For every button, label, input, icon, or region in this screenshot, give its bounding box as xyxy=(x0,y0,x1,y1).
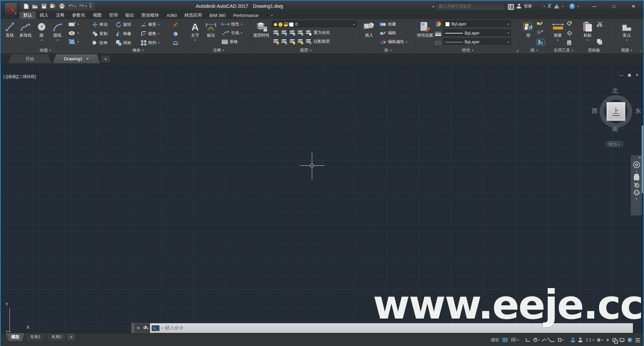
osnap-dropdown-icon[interactable]: ▾ xyxy=(562,339,564,342)
layout-tab-layout1[interactable]: 布局1 xyxy=(25,333,46,341)
object-color-select[interactable]: ByLayer ▾ xyxy=(443,20,511,28)
layout-tab-layout2[interactable]: 布局2 xyxy=(46,333,67,341)
recent-commands-icon[interactable]: ▾ xyxy=(161,327,163,330)
navigation-wheel-icon[interactable] xyxy=(633,161,640,168)
panel-footer-clipboard[interactable]: 剪贴板 xyxy=(578,46,610,54)
linear-dropdown-icon[interactable]: ▾ xyxy=(241,23,242,26)
copy-button[interactable]: 复制 xyxy=(92,31,116,37)
group-selection-toggle[interactable] xyxy=(537,39,545,45)
zoom-extents-icon[interactable] xyxy=(634,182,639,188)
command-input[interactable]: >_ ▾ 键入命令 xyxy=(150,323,633,333)
array-dropdown-icon[interactable]: ▾ xyxy=(158,41,159,44)
ribbon-tab-manage[interactable]: 管理 xyxy=(105,12,122,19)
file-tab-close-icon[interactable]: ✕ xyxy=(86,57,89,61)
quick-calculator-icon[interactable] xyxy=(567,40,572,45)
explode-button[interactable] xyxy=(173,31,185,37)
ribbon-tab-insert[interactable]: 插入 xyxy=(36,12,52,19)
layer-on-all-button[interactable] xyxy=(273,39,279,44)
search-binoculars-icon[interactable] xyxy=(508,4,514,8)
leader-button[interactable]: 引线 ▾ xyxy=(220,28,243,37)
snap-dropdown-icon[interactable]: ▾ xyxy=(517,339,519,342)
save-as-button[interactable] xyxy=(50,3,56,9)
linetype-icon[interactable] xyxy=(435,41,442,45)
stretch-button[interactable]: 拉伸 xyxy=(92,40,116,46)
hardware-acceleration-icon[interactable] xyxy=(628,338,632,342)
fillet-button[interactable]: 圆角 ▾ xyxy=(141,31,173,37)
dimension-button[interactable]: 标注 xyxy=(203,20,219,46)
panel-footer-properties[interactable]: 特性 ▾ xyxy=(416,46,519,54)
linear-dimension-button[interactable]: 线性 ▾ xyxy=(220,20,243,28)
line-button[interactable]: 直线 xyxy=(2,20,18,46)
help-icon[interactable]: ? xyxy=(569,3,575,9)
cut-scissors-icon[interactable] xyxy=(597,21,603,27)
viewcube-north[interactable]: 北 xyxy=(612,87,618,95)
grid-display-toggle[interactable] xyxy=(502,338,508,342)
annotation-scale-dropdown-icon[interactable]: ▾ xyxy=(593,339,594,342)
panel-footer-annotation[interactable]: 注释 ▾ xyxy=(186,46,252,54)
orbit-icon[interactable] xyxy=(634,190,639,195)
panel-footer-view[interactable]: 视图 ▾ ⌄ xyxy=(610,46,643,54)
paste-button[interactable]: 粘贴 ▾ xyxy=(579,20,596,46)
ribbon-tab-addins[interactable]: 附加模块 xyxy=(138,12,163,19)
arc-button[interactable]: 圆弧 ▾ xyxy=(49,20,65,46)
ribbon-tab-a360[interactable]: A360 xyxy=(163,12,180,19)
viewcube-west[interactable]: 西 xyxy=(592,107,598,115)
quick-select-icon[interactable] xyxy=(567,21,573,26)
text-button[interactable]: A 文字 ▾ xyxy=(187,20,203,46)
file-tab-start[interactable]: 开始 xyxy=(8,54,51,63)
object-snap-toggle[interactable]: ▾ xyxy=(558,338,564,342)
minimize-button[interactable]: — xyxy=(584,1,604,12)
workspace-switch-button[interactable]: ▾ xyxy=(597,339,603,342)
navbar-more-icon[interactable]: ▾ xyxy=(636,197,637,200)
paste-dropdown-icon[interactable]: ▾ xyxy=(587,38,588,42)
layer-properties-button[interactable]: 图层特性 xyxy=(253,20,270,46)
group-edit-icon[interactable] xyxy=(537,21,543,25)
sign-in-label[interactable]: 登录 xyxy=(524,3,532,9)
ribbon-collapse-icon[interactable]: ⌄ xyxy=(640,49,642,52)
array-button[interactable]: 阵列 ▾ xyxy=(141,40,173,46)
command-line-customize-button[interactable] xyxy=(142,323,150,333)
search-input[interactable] xyxy=(436,3,505,9)
ribbon-tab-featured-apps[interactable]: 精选应用 xyxy=(180,12,206,19)
isolate-objects-button[interactable] xyxy=(613,338,616,342)
a360-icon[interactable] xyxy=(554,4,559,8)
layer-dropdown-icon[interactable]: ▾ xyxy=(353,23,355,26)
layer-select[interactable]: 0 ▾ xyxy=(272,21,357,28)
layer-unisolate-button[interactable] xyxy=(281,39,287,44)
drawing-close-icon[interactable]: ✕ xyxy=(636,73,639,77)
id-point-icon[interactable] xyxy=(567,30,572,36)
a360-dropdown-icon[interactable]: ▾ xyxy=(562,5,563,8)
drawing-minimize-icon[interactable]: — xyxy=(619,73,623,77)
isodraft-dropdown-icon[interactable]: ▾ xyxy=(545,339,547,342)
ungroup-icon[interactable] xyxy=(537,30,543,35)
wcs-menu[interactable]: WCS ▾ xyxy=(605,141,623,147)
mirror-button[interactable]: 镜像 xyxy=(116,31,141,37)
ribbon-tab-parametric[interactable]: 参数化 xyxy=(68,12,89,19)
make-current-button[interactable]: 置为当前 xyxy=(314,30,330,36)
drawing-restore-icon[interactable]: ▣ xyxy=(627,73,631,77)
hatch-dropdown-icon[interactable]: ▾ xyxy=(78,40,79,43)
layer-thaw-all-button[interactable] xyxy=(289,39,295,44)
annotation-visibility-toggle[interactable] xyxy=(571,338,575,342)
viewport-controls[interactable]: [-][俯视][二维线框] xyxy=(3,74,36,80)
base-view-dropdown-icon[interactable]: ▾ xyxy=(626,38,627,42)
panel-footer-block[interactable]: 块 ▾ xyxy=(360,46,416,54)
edit-block-button[interactable]: 编辑 xyxy=(379,28,408,37)
leader-dropdown-icon[interactable]: ▾ xyxy=(241,32,242,35)
layer-thaw-icon[interactable] xyxy=(279,23,282,26)
move-button[interactable]: 移动 xyxy=(92,22,116,27)
fillet-dropdown-icon[interactable]: ▾ xyxy=(158,32,159,35)
circle-button[interactable]: 圆 ▾ xyxy=(34,20,49,46)
edit-attributes-button[interactable]: 编辑属性 ▾ xyxy=(379,37,408,46)
erase-button[interactable] xyxy=(173,22,185,27)
viewcube-top-face[interactable]: 上 xyxy=(606,102,625,121)
save-button[interactable] xyxy=(41,3,47,9)
layer-off-button[interactable] xyxy=(273,30,279,35)
edit-attributes-dropdown-icon[interactable]: ▾ xyxy=(406,40,407,43)
ribbon-tab-annotate[interactable]: 注释 xyxy=(52,12,68,19)
maximize-button[interactable]: □ xyxy=(604,1,624,12)
lineweight-select[interactable]: ByLayer ▾ xyxy=(443,29,511,37)
isodraft-toggle[interactable]: ▾ xyxy=(543,338,547,342)
panel-footer-draw[interactable]: 绘图 ▾ xyxy=(1,46,90,54)
help-dropdown-icon[interactable]: ▾ xyxy=(578,5,579,8)
